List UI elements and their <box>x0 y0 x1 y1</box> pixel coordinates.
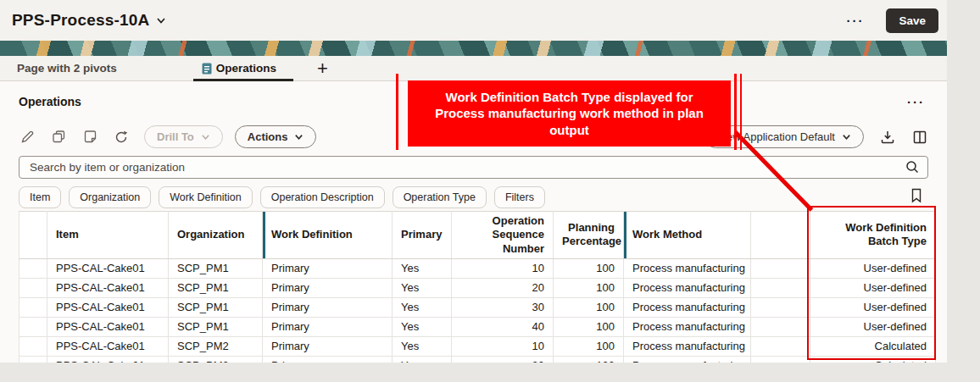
cell-op-seq: 20 <box>452 356 554 363</box>
window-overflow-menu[interactable]: ··· <box>843 11 867 30</box>
search-icon[interactable] <box>905 159 920 178</box>
chip-organization[interactable]: Organization <box>69 186 151 208</box>
table-row[interactable]: PPS-CAL-Cake01 SCP_PM1 Primary Yes 40 10… <box>19 317 936 336</box>
row-gutter <box>19 336 47 356</box>
cell-primary: Yes <box>393 336 452 356</box>
app-window: PPS-Process-10A ··· Save Page with 2 piv… <box>0 0 947 363</box>
cell-primary: Yes <box>393 297 452 317</box>
cell-empty <box>751 278 810 297</box>
add-tab-button[interactable]: + <box>317 59 328 78</box>
table-row[interactable]: PPS-CAL-Cake01 SCP_PM1 Primary Yes 30 10… <box>19 297 936 317</box>
cell-op-seq: 20 <box>452 278 554 297</box>
cell-work-definition: Primary <box>263 336 393 356</box>
col-header-work-method[interactable]: Work Method <box>624 212 751 259</box>
cell-empty <box>751 297 810 317</box>
col-header-organization[interactable]: Organization <box>169 212 263 259</box>
cell-empty <box>751 258 810 278</box>
cell-batch-type: User-defined <box>810 258 936 278</box>
table-row[interactable]: PPS-CAL-Cake01 SCP_PM1 Primary Yes 10 10… <box>19 258 936 278</box>
col-header-empty <box>751 212 810 259</box>
cell-primary: Yes <box>393 258 452 278</box>
page-title: PPS-Process-10A <box>12 11 149 30</box>
table-row[interactable]: PPS-CAL-Cake01 SCP_PM1 Primary Yes 20 10… <box>19 278 936 297</box>
plan-title-dropdown[interactable]: PPS-Process-10A <box>12 11 166 30</box>
tab-label: Operations <box>216 62 276 75</box>
duplicate-icon[interactable] <box>50 129 67 146</box>
cell-work-definition: Primary <box>263 356 393 363</box>
tab-page-with-2-pivots[interactable]: Page with 2 pivots <box>12 56 122 80</box>
cell-planning-pct: 100 <box>554 258 624 278</box>
bookmark-icon[interactable] <box>910 188 928 207</box>
columns-icon[interactable] <box>911 129 928 146</box>
row-gutter-header <box>19 212 47 259</box>
document-icon <box>202 63 212 75</box>
annotation-callout-text: Work Definition Batch Type displayed for… <box>430 89 709 139</box>
refresh-icon[interactable] <box>113 129 130 146</box>
chip-filters[interactable]: Filters <box>494 186 545 208</box>
cell-primary: Yes <box>393 317 452 336</box>
save-button[interactable]: Save <box>886 8 938 33</box>
table-row[interactable]: PPS-CAL-Cake01 SCP_PM2 Primary Yes 10 10… <box>19 336 936 356</box>
table-header-row: Item Organization Work Definition Primar… <box>19 212 936 259</box>
cell-work-method: Process manufacturing <box>624 356 751 363</box>
col-header-primary[interactable]: Primary <box>393 212 452 259</box>
top-bar: PPS-Process-10A ··· Save <box>0 0 947 41</box>
cell-batch-type: User-defined <box>810 317 936 336</box>
cell-organization: SCP_PM1 <box>169 317 263 336</box>
chip-work-definition[interactable]: Work Definition <box>159 186 253 208</box>
annotation-callout: Work Definition Batch Type displayed for… <box>408 80 731 147</box>
cell-work-method: Process manufacturing <box>624 317 751 336</box>
cell-item: PPS-CAL-Cake01 <box>47 258 169 278</box>
cell-batch-type: Calculated <box>810 356 936 363</box>
cell-work-method: Process manufacturing <box>624 258 751 278</box>
cell-organization: SCP_PM1 <box>169 297 263 317</box>
cell-organization: SCP_PM2 <box>169 336 263 356</box>
row-gutter <box>19 317 47 336</box>
cell-item: PPS-CAL-Cake01 <box>47 317 169 336</box>
cell-organization: SCP_PM1 <box>169 258 263 278</box>
tab-operations[interactable]: Operations <box>197 56 281 80</box>
col-header-planning-percentage[interactable]: Planning Percentage <box>554 212 624 259</box>
drill-to-label: Drill To <box>157 130 194 143</box>
note-icon[interactable] <box>81 129 98 146</box>
drill-to-button[interactable]: Drill To <box>144 125 223 148</box>
col-header-item[interactable]: Item <box>47 212 169 259</box>
download-icon[interactable] <box>879 129 896 146</box>
cell-empty <box>751 317 810 336</box>
section-title: Operations <box>19 95 81 108</box>
cell-op-seq: 10 <box>452 336 554 356</box>
callout-accent-line-right-2 <box>740 74 742 150</box>
app-root: PPS-Process-10A ··· Save Page with 2 piv… <box>0 0 980 382</box>
cell-item: PPS-CAL-Cake01 <box>47 336 169 356</box>
cell-primary: Yes <box>393 356 452 363</box>
search-input[interactable] <box>19 156 928 179</box>
col-header-work-definition[interactable]: Work Definition <box>263 212 393 259</box>
chip-operation-description[interactable]: Operation Description <box>260 186 385 208</box>
edit-icon[interactable] <box>19 129 36 146</box>
cell-planning-pct: 100 <box>554 317 624 336</box>
search-box <box>19 156 928 179</box>
callout-accent-line-right-1 <box>734 74 737 150</box>
cell-planning-pct: 100 <box>554 356 624 363</box>
chip-operation-type[interactable]: Operation Type <box>393 186 487 208</box>
cell-planning-pct: 100 <box>554 297 624 317</box>
actions-button[interactable]: Actions <box>235 125 317 148</box>
cell-item: PPS-CAL-Cake01 <box>47 356 169 363</box>
cell-organization: SCP_PM1 <box>169 278 263 297</box>
col-header-work-definition-batch-type[interactable]: Work Definition Batch Type <box>810 212 936 259</box>
cell-work-definition: Primary <box>263 258 393 278</box>
cell-planning-pct: 100 <box>554 336 624 356</box>
callout-accent-line-left <box>396 74 398 150</box>
row-gutter <box>19 258 47 278</box>
table-row[interactable]: PPS-CAL-Cake01 SCP_PM2 Primary Yes 20 10… <box>19 356 936 363</box>
tab-bar: Page with 2 pivots Operations + <box>0 56 947 81</box>
cell-op-seq: 40 <box>452 317 554 336</box>
chip-item[interactable]: Item <box>19 186 61 208</box>
cell-empty <box>751 336 810 356</box>
cell-op-seq: 30 <box>452 297 554 317</box>
cell-work-definition: Primary <box>263 297 393 317</box>
col-header-operation-sequence-number[interactable]: Operation Sequence Number <box>452 212 554 259</box>
row-gutter <box>19 356 47 363</box>
section-overflow-menu[interactable]: ··· <box>904 92 928 112</box>
cell-organization: SCP_PM2 <box>169 356 263 363</box>
